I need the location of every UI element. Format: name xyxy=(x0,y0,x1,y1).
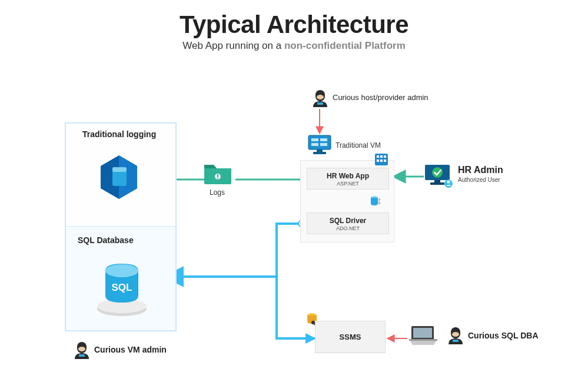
db-title: SQL Database xyxy=(78,235,134,245)
app-tile-icon xyxy=(375,154,388,168)
svg-point-36 xyxy=(432,167,443,178)
svg-rect-37 xyxy=(434,180,440,182)
vm-admin-label: Curious VM admin xyxy=(94,345,167,354)
vm-header-label: Traditional VM xyxy=(335,141,381,150)
sql-dba-label: Curious SQL DBA xyxy=(468,331,539,340)
svg-rect-38 xyxy=(430,182,444,185)
hr-web-app-title: HR Web App xyxy=(327,172,369,180)
hr-admin-monitor-icon xyxy=(424,164,453,191)
svg-point-14 xyxy=(105,264,138,277)
host-admin-label: Curious host/provider admin xyxy=(333,93,428,102)
ssms-box: SSMS xyxy=(315,321,386,353)
svg-rect-19 xyxy=(317,102,323,105)
architecture-diagram: Traditional logging SQL Database SQL xyxy=(0,88,588,392)
svg-rect-25 xyxy=(317,150,323,152)
diagram-title: Typical Architecture xyxy=(0,11,588,39)
laptop-icon xyxy=(408,324,438,347)
svg-rect-20 xyxy=(308,135,331,150)
threat-actor-icon xyxy=(74,341,90,358)
svg-rect-31 xyxy=(377,160,379,162)
svg-rect-28 xyxy=(377,155,379,158)
svg-rect-43 xyxy=(413,328,432,338)
hr-web-app-box: HR Web App ASP.NET xyxy=(307,168,389,190)
hr-web-app-sub: ASP.NET xyxy=(307,181,388,187)
sql-database-icon: SQL xyxy=(92,253,151,320)
svg-rect-45 xyxy=(453,340,459,342)
sql-badge-text: SQL xyxy=(112,282,132,293)
sql-driver-box: SQL Driver ADO.NET xyxy=(307,212,389,234)
threat-actor-icon xyxy=(447,327,464,343)
threat-actor-icon xyxy=(312,89,328,106)
svg-point-18 xyxy=(317,95,324,99)
vm-monitor-icon xyxy=(307,134,332,157)
svg-rect-30 xyxy=(384,155,386,158)
svg-point-46 xyxy=(78,347,85,351)
svg-rect-16 xyxy=(217,174,218,177)
diagram-subtitle: Web App running on a non-confidential Pl… xyxy=(0,40,588,52)
traditional-vm-group: HR Web App ASP.NET SQL Driver ADO.NET xyxy=(300,160,394,242)
logs-label: Logs xyxy=(210,188,225,197)
hr-admin-title: HR Admin xyxy=(458,165,503,175)
left-panel: Traditional logging SQL Database SQL xyxy=(65,122,177,331)
subtitle-prefix: Web App running on a xyxy=(182,40,284,51)
subtitle-emphasis: non-confidential Platform xyxy=(284,40,406,51)
logging-title: Traditional logging xyxy=(82,129,156,139)
log-analytics-icon xyxy=(98,154,139,202)
sql-driver-title: SQL Driver xyxy=(330,217,366,225)
svg-rect-23 xyxy=(311,143,318,146)
ssms-label: SSMS xyxy=(340,333,361,341)
svg-rect-21 xyxy=(311,138,318,141)
svg-rect-26 xyxy=(313,152,326,154)
logs-folder-icon xyxy=(203,160,232,188)
svg-rect-24 xyxy=(320,143,327,146)
svg-rect-33 xyxy=(384,160,386,162)
svg-point-44 xyxy=(452,332,459,337)
driver-link-icon xyxy=(370,195,381,210)
hr-admin-sub: Authorized User xyxy=(458,177,500,183)
svg-rect-22 xyxy=(320,138,327,141)
svg-point-17 xyxy=(217,178,218,179)
svg-rect-47 xyxy=(79,354,85,357)
svg-rect-11 xyxy=(112,167,127,172)
svg-rect-32 xyxy=(380,160,383,162)
svg-rect-29 xyxy=(380,155,383,158)
sql-driver-sub: ADO.NET xyxy=(307,225,388,231)
svg-point-40 xyxy=(447,181,450,184)
